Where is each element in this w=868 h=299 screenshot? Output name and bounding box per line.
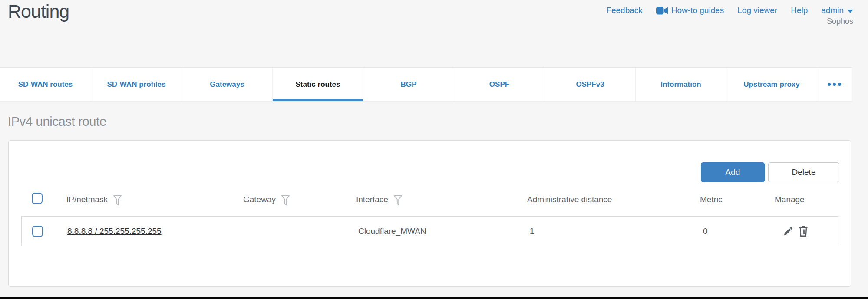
- select-all-checkbox[interactable]: [32, 193, 43, 204]
- route-manage-actions: [782, 226, 808, 237]
- tab-overflow-menu[interactable]: [817, 68, 851, 101]
- column-header-ip-netmask: IP/netmask: [66, 194, 122, 206]
- column-header-metric: Metric: [700, 194, 723, 206]
- howto-guides-link[interactable]: How-to guides: [656, 6, 724, 15]
- chevron-down-icon: [847, 10, 853, 13]
- column-label: IP/netmask: [66, 195, 108, 204]
- log-viewer-link[interactable]: Log viewer: [737, 6, 777, 15]
- tab-sd-wan-profiles[interactable]: SD-WAN profiles: [91, 68, 182, 101]
- column-label: Interface: [356, 195, 388, 204]
- user-name: admin: [821, 6, 844, 15]
- page-title: Routing: [8, 1, 69, 22]
- route-metric: 0: [703, 227, 708, 236]
- edit-pencil-icon[interactable]: [782, 226, 793, 237]
- table-row: 8.8.8.8 / 255.255.255.255 Cloudflare_MWA…: [21, 216, 838, 246]
- tab-upstream-proxy[interactable]: Upstream proxy: [726, 68, 817, 101]
- user-menu[interactable]: admin: [821, 6, 853, 15]
- delete-trash-icon[interactable]: [799, 226, 808, 237]
- help-link[interactable]: Help: [791, 6, 808, 15]
- tab-gateways[interactable]: Gateways: [182, 68, 272, 101]
- column-header-manage: Manage: [775, 194, 805, 206]
- column-header-interface: Interface: [356, 194, 403, 206]
- funnel-icon[interactable]: [281, 195, 290, 206]
- routes-card: Add Delete IP/netmask Gateway Interface …: [8, 140, 851, 287]
- column-label: Gateway: [243, 195, 276, 204]
- route-admin-distance: 1: [530, 227, 535, 236]
- video-camera-icon: [656, 7, 668, 15]
- route-interface: Cloudflare_MWAN: [358, 227, 426, 236]
- tab-information[interactable]: Information: [635, 68, 726, 101]
- ellipsis-icon: [828, 83, 841, 86]
- feedback-link[interactable]: Feedback: [606, 6, 642, 15]
- section-heading: IPv4 unicast route: [8, 115, 106, 129]
- window-bottom-edge: [0, 297, 868, 299]
- tab-ospfv3[interactable]: OSPFv3: [545, 68, 635, 101]
- add-button[interactable]: Add: [701, 162, 765, 182]
- column-header-gateway: Gateway: [243, 194, 290, 206]
- column-label: Metric: [700, 195, 723, 204]
- route-ip-netmask-link[interactable]: 8.8.8.8 / 255.255.255.255: [67, 227, 162, 236]
- tab-bar: SD-WAN routes SD-WAN profiles Gateways S…: [0, 67, 852, 101]
- funnel-icon[interactable]: [113, 195, 122, 206]
- row-checkbox[interactable]: [32, 226, 43, 237]
- tab-ospf[interactable]: OSPF: [454, 68, 545, 101]
- column-header-admin-distance: Administrative distance: [527, 194, 612, 206]
- tab-sd-wan-routes[interactable]: SD-WAN routes: [0, 68, 91, 101]
- brand-label: Sophos: [827, 17, 853, 26]
- howto-guides-label: How-to guides: [671, 6, 724, 15]
- header-nav: Feedback How-to guides Log viewer Help a…: [606, 6, 853, 15]
- funnel-icon[interactable]: [393, 195, 403, 206]
- column-label: Manage: [775, 195, 805, 204]
- tab-static-routes[interactable]: Static routes: [272, 68, 363, 101]
- delete-button[interactable]: Delete: [768, 162, 839, 182]
- column-label: Administrative distance: [527, 195, 612, 204]
- tab-bgp[interactable]: BGP: [363, 68, 454, 101]
